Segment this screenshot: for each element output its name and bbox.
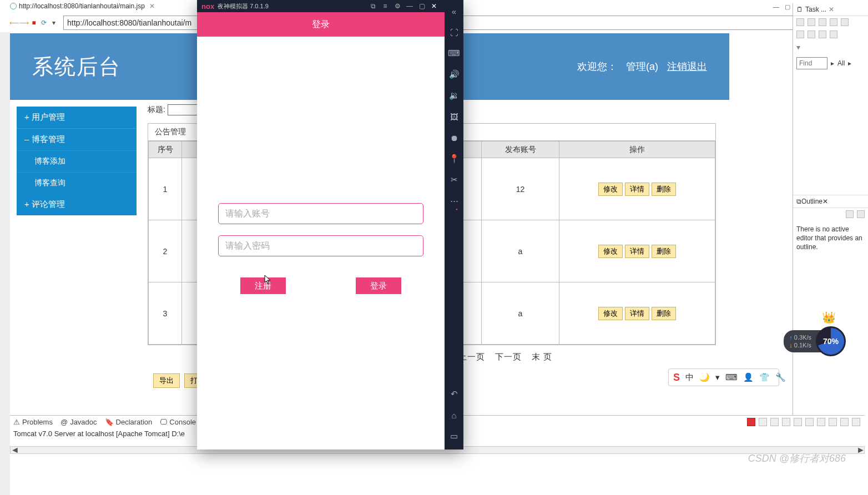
sidebar-item-users[interactable]: + 用户管理 (17, 107, 137, 128)
emu-fullscreen-icon[interactable]: ⛶ (448, 27, 460, 38)
tab-javadoc[interactable]: @ Javadoc (60, 418, 97, 426)
console-pin-icon[interactable] (805, 418, 814, 426)
col-ops: 操作 (559, 142, 715, 158)
console-scroll-icon[interactable] (782, 418, 790, 426)
editor-window-controls: — ▢ (773, 3, 790, 11)
app-header: 登录 (197, 12, 445, 37)
emu-nav-home-icon[interactable]: ⌂ (448, 410, 460, 421)
emu-nav-recent-icon[interactable]: ▭ (448, 431, 460, 442)
account-input[interactable] (218, 203, 423, 224)
emu-nav-back-icon[interactable]: ↶ (448, 388, 460, 400)
console-clear-icon[interactable] (794, 418, 802, 426)
outline-view-header[interactable]: ⧉ Outline ✕ (793, 195, 868, 208)
sidebar-item-blog[interactable]: – 博客管理 (17, 128, 137, 150)
performance-widget[interactable]: 👑 0.3K/s 0.1K/s 70% (784, 326, 846, 356)
console-open-icon[interactable] (829, 418, 837, 426)
ime-skin-icon[interactable]: 👕 (759, 372, 770, 382)
console-terminate-icon[interactable] (747, 418, 755, 426)
register-button[interactable]: 注册 (240, 277, 286, 294)
console-removeall-icon[interactable] (770, 418, 779, 426)
row-detail-button[interactable]: 详情 (625, 183, 649, 196)
emulator-min-icon[interactable]: — (403, 2, 416, 10)
console-max-icon[interactable] (852, 418, 860, 426)
emulator-menu-icon[interactable]: ≡ (379, 2, 391, 10)
emulator-titlebar[interactable]: nox 夜神模拟器 7.0.1.9 ⧉ ≡ ⚙ — ▢ ✕ (197, 0, 445, 12)
sidebar-subitem-blog-add[interactable]: 博客添加 (17, 150, 137, 172)
row-detail-button[interactable]: 详情 (625, 307, 649, 320)
tab-console[interactable]: 🖵 Console (160, 418, 196, 426)
ime-keyboard-icon[interactable]: ⌨ (725, 372, 738, 382)
ime-person-icon[interactable]: 👤 (743, 372, 754, 382)
task-tool-1[interactable] (796, 18, 804, 26)
task-collapse-icon[interactable]: ▾ (793, 41, 868, 54)
ime-bar[interactable]: S 中 🌙 ▾ ⌨ 👤 👕 🔧 (668, 368, 779, 386)
pager-next[interactable]: 下一页 (495, 352, 522, 362)
logout-link[interactable]: 注销退出 (667, 60, 707, 73)
emu-collapse-icon[interactable]: « (448, 6, 460, 17)
task-tool-7[interactable] (808, 31, 815, 38)
nav-refresh-icon[interactable]: ⟳ (40, 19, 48, 27)
task-tool-4[interactable] (830, 18, 837, 26)
ime-moon-icon[interactable]: 🌙 (699, 372, 710, 382)
tab-title[interactable]: http://localhost:8080/tianlanhoutai/main… (19, 2, 145, 10)
sidebar-subitem-blog-query[interactable]: 博客查询 (17, 172, 137, 194)
password-input[interactable] (218, 235, 423, 256)
task-tool-5[interactable] (841, 18, 849, 26)
emulator-close-icon[interactable]: ✕ (428, 2, 440, 10)
emu-location-icon[interactable]: 📍 (448, 153, 460, 164)
task-tool-6[interactable] (796, 31, 804, 38)
task-tool-2[interactable] (808, 18, 815, 26)
row-edit-button[interactable]: 修改 (598, 245, 623, 258)
row-edit-button[interactable]: 修改 (598, 307, 623, 320)
maximize-editor-icon[interactable]: ▢ (785, 3, 790, 11)
nav-back-icon[interactable]: ⟵ (10, 19, 18, 27)
console-min-icon[interactable] (840, 418, 849, 426)
task-tool-3[interactable] (819, 18, 826, 26)
hscroll-left-icon[interactable]: ◄ (11, 445, 18, 455)
pager-last[interactable]: 末 页 (532, 352, 552, 362)
emu-volume-down-icon[interactable]: 🔉 (448, 90, 460, 101)
minimize-editor-icon[interactable]: — (773, 3, 779, 11)
outline-tool-2[interactable] (857, 210, 865, 218)
emu-more-icon[interactable]: ⋯ (448, 195, 460, 206)
task-view-header[interactable]: 🗒 Task ... ✕ (793, 3, 868, 16)
row-edit-button[interactable]: 修改 (598, 183, 623, 196)
emu-screenshot-icon[interactable]: 🖼 (448, 111, 460, 122)
emulator-settings-icon[interactable]: ⚙ (391, 2, 403, 10)
outline-tool-1[interactable] (846, 210, 854, 218)
row-delete-button[interactable]: 删除 (652, 307, 676, 320)
nav-stop-icon[interactable]: ■ (30, 19, 38, 27)
emu-scissors-icon[interactable]: ✂ (448, 174, 460, 185)
console-display-icon[interactable] (817, 418, 825, 426)
emulator-max-icon[interactable]: ▢ (416, 2, 428, 10)
ime-lang[interactable]: 中 (685, 372, 694, 383)
task-tool-8[interactable] (819, 31, 826, 38)
hscroll-right-icon[interactable]: ► (856, 445, 864, 455)
find-scope-more-icon[interactable]: ▸ (848, 59, 851, 67)
console-remove-icon[interactable] (759, 418, 767, 426)
find-scope-all[interactable]: All (837, 59, 845, 67)
row-delete-button[interactable]: 删除 (652, 245, 676, 258)
export-button[interactable]: 导出 (153, 373, 180, 388)
sidebar-item-comments[interactable]: + 评论管理 (17, 194, 137, 215)
emu-record-icon[interactable]: ⏺ (448, 132, 460, 143)
emulator-multi-icon[interactable]: ⧉ (367, 2, 379, 10)
nav-home-icon[interactable]: ▾ (50, 19, 58, 27)
tab-close-icon[interactable]: ✕ (149, 2, 155, 10)
task-close-icon[interactable]: ✕ (829, 6, 834, 13)
ime-settings-icon[interactable]: 🔧 (775, 372, 786, 382)
tab-problems[interactable]: ⚠ Problems (13, 418, 53, 426)
ime-comma-icon[interactable]: ▾ (715, 372, 720, 382)
emu-volume-up-icon[interactable]: 🔊 (448, 69, 460, 80)
outline-icon: ⧉ (796, 198, 801, 205)
find-next-icon[interactable]: ▸ (831, 59, 834, 67)
login-button[interactable]: 登录 (356, 277, 401, 294)
tab-declaration[interactable]: 🔖 Declaration (105, 418, 153, 426)
task-tool-9[interactable] (830, 31, 837, 38)
find-input[interactable] (796, 57, 827, 69)
row-detail-button[interactable]: 详情 (625, 245, 649, 258)
emu-keyboard-icon[interactable]: ⌨ (448, 48, 460, 59)
row-delete-button[interactable]: 删除 (652, 183, 676, 196)
nav-forward-icon[interactable]: ⟶ (20, 19, 28, 27)
outline-close-icon[interactable]: ✕ (822, 198, 828, 205)
